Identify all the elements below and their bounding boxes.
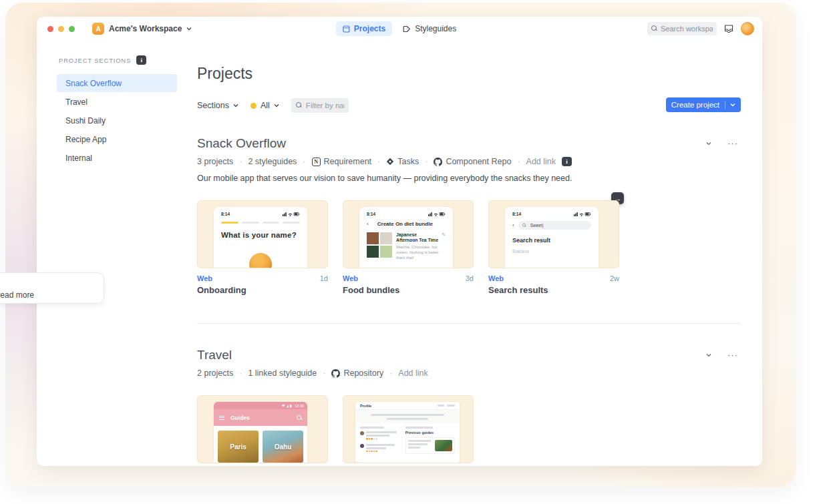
reviewer-avatar xyxy=(360,444,364,448)
inbox-icon[interactable] xyxy=(723,24,734,34)
github-icon xyxy=(434,158,442,166)
status-time: 8:14 xyxy=(367,212,375,216)
create-project-button[interactable]: Create project xyxy=(666,97,741,112)
tasks-link[interactable]: Tasks xyxy=(386,157,419,166)
user-avatar[interactable] xyxy=(741,22,754,35)
requirement-label: Requirement xyxy=(324,157,372,166)
guides-app-title: Guides xyxy=(230,415,291,421)
workspace-name: Acme's Workspace xyxy=(109,24,182,33)
dot-separator: · xyxy=(517,157,520,166)
sidebar: PROJECT SECTIONS i Snack Overflow Travel… xyxy=(57,55,177,168)
clipped-tooltip: website, read more xyxy=(0,272,104,304)
dot-separator: · xyxy=(323,368,325,378)
section-meta: 3 projects · 2 styleguides · N Requireme… xyxy=(197,157,741,166)
phone-mock: 8:14 ‹ Create On diet bundle xyxy=(359,207,453,268)
workspace-search-input[interactable] xyxy=(647,22,717,35)
sections-filter-dropdown[interactable]: Sections xyxy=(197,101,238,110)
search-result-heading: Search result xyxy=(512,237,591,244)
status-filter-label: All xyxy=(261,101,270,110)
section-menu-icon[interactable]: ··· xyxy=(727,142,738,146)
traffic-lights xyxy=(47,26,75,32)
ios-status-icons xyxy=(574,212,591,216)
project-card-profile[interactable]: Profile xyxy=(343,395,474,466)
previous-guides-heading: Previous guides xyxy=(405,431,455,435)
ios-status-icons xyxy=(428,212,446,216)
project-card-food-bundles[interactable]: 8:14 ‹ Create On diet bundle xyxy=(343,200,474,295)
requirement-link[interactable]: N Requirement xyxy=(312,157,372,166)
reviewer-avatar xyxy=(360,431,364,435)
component-repo-label: Component Repo xyxy=(446,157,511,166)
project-platform: Web xyxy=(488,274,504,282)
tab-styleguides[interactable]: Styleguides xyxy=(396,21,463,36)
chevron-down-icon xyxy=(274,103,279,108)
sidebar-item-recipe-app[interactable]: Recipe App xyxy=(57,130,177,148)
paris-label: Paris xyxy=(230,443,246,451)
project-platform: Web xyxy=(343,274,358,282)
add-link-info-badge[interactable]: i xyxy=(562,157,572,166)
collapse-section-icon[interactable] xyxy=(706,352,711,358)
food-item-title: Japanese Afternoon Tea Time xyxy=(396,232,439,244)
sections-info-badge[interactable]: i xyxy=(136,55,146,65)
project-card-onboarding[interactable]: 8:14 What is your name? Web 1d Onboardin… xyxy=(197,200,328,295)
workspace-switcher[interactable]: A Acme's Workspace xyxy=(92,23,192,35)
project-thumbnail: 8:14 ‹ Sweet| Search result Baklava xyxy=(488,200,619,268)
dot-separator: · xyxy=(239,368,242,378)
section-header-snack-overflow: Snack Overflow ··· xyxy=(197,136,741,151)
profile-page-title: Profile xyxy=(360,404,371,408)
sidebar-heading-label: PROJECT SECTIONS xyxy=(59,57,131,64)
search-field-mock: Sweet| xyxy=(518,221,591,230)
close-window-button[interactable] xyxy=(47,26,53,32)
section-title: Snack Overflow xyxy=(197,136,706,151)
nav-links-placeholder xyxy=(438,405,455,407)
workspace-avatar: A xyxy=(92,23,104,35)
project-age: 1d xyxy=(320,274,328,282)
banner-text-placeholder xyxy=(355,410,460,423)
onboarding-question: What is your name? xyxy=(221,231,300,239)
project-thumbnail: 8:14 ‹ Create On diet bundle xyxy=(343,200,474,268)
sidebar-item-snack-overflow[interactable]: Snack Overflow xyxy=(57,74,177,92)
project-card-guides[interactable]: 12:30 Guides Paris Oahu xyxy=(197,395,328,466)
project-count: 2 projects xyxy=(197,368,233,378)
food-item-description: Matcha, Chocolate, Ice cream. Nothing is… xyxy=(396,245,439,260)
sidebar-item-sushi-daily[interactable]: Sushi Daily xyxy=(57,111,177,130)
android-mock: 12:30 Guides Paris Oahu xyxy=(214,402,307,463)
styleguide-count: 2 styleguides xyxy=(248,157,297,166)
android-status-icons xyxy=(281,404,293,408)
section-divider xyxy=(197,323,741,324)
filter-search-icon xyxy=(296,102,302,108)
section-menu-icon[interactable]: ··· xyxy=(727,353,738,357)
paris-photo: Paris xyxy=(218,431,259,463)
add-link-button[interactable]: Add link xyxy=(398,368,428,378)
tasks-label: Tasks xyxy=(397,157,419,166)
repository-label: Repository xyxy=(343,368,383,378)
guide-photo xyxy=(435,440,452,451)
search-icon xyxy=(297,415,302,421)
back-chevron-icon: ‹ xyxy=(512,222,514,228)
project-card-search-results[interactable]: → 8:14 ‹ Sweet| xyxy=(488,200,619,295)
text-cursor: | xyxy=(542,223,544,228)
button-divider xyxy=(725,101,725,109)
status-filter-dropdown[interactable]: All xyxy=(251,101,279,110)
chevron-down-icon xyxy=(233,103,238,108)
dot-separator: · xyxy=(377,157,380,166)
tab-projects[interactable]: Projects xyxy=(336,21,392,36)
sidebar-heading: PROJECT SECTIONS i xyxy=(57,55,177,65)
sidebar-item-travel[interactable]: Travel xyxy=(57,93,177,111)
sidebar-item-internal[interactable]: Internal xyxy=(57,149,177,167)
tab-styleguides-label: Styleguides xyxy=(415,24,456,33)
add-link-button[interactable]: Add link xyxy=(526,157,556,166)
section-description: Our mobile app that serves our vision to… xyxy=(197,174,741,183)
main-content: Projects Sections All Create project xyxy=(197,41,741,466)
component-repo-link[interactable]: Component Repo xyxy=(434,157,511,166)
repository-link[interactable]: Repository xyxy=(331,368,383,378)
project-name: Search results xyxy=(488,285,619,295)
section-meta: 2 projects · 1 linked styleguide · Repos… xyxy=(197,368,741,378)
collapse-section-icon[interactable] xyxy=(706,141,711,146)
search-query: Sweet xyxy=(530,223,542,228)
sections-filter-label: Sections xyxy=(197,101,229,110)
zoom-window-button[interactable] xyxy=(69,26,75,32)
guide-card xyxy=(405,437,455,454)
webpage-mock: Profile xyxy=(355,402,460,463)
project-platform: Web xyxy=(197,274,212,282)
minimize-window-button[interactable] xyxy=(58,26,64,32)
